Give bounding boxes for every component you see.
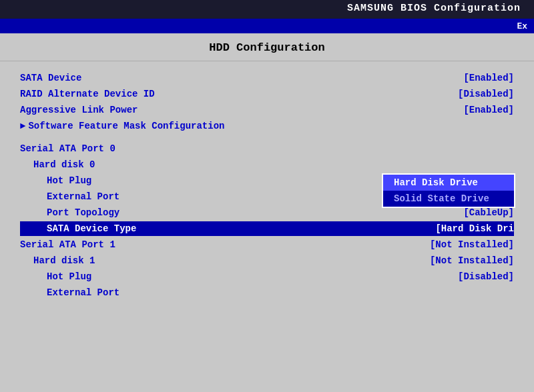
external-port-1-label: External Port	[20, 287, 119, 298]
arrow-icon: ►	[20, 121, 25, 131]
serial-ata-0-label: Serial ATA Port 0	[20, 143, 115, 154]
spacer	[20, 135, 514, 141]
table-row: RAID Alternate Device ID [Disabled]	[20, 87, 514, 101]
sata-device-type-value[interactable]: [Hard Disk Dri	[435, 223, 514, 234]
port-topology-value[interactable]: [CableUp]	[463, 207, 514, 218]
table-row[interactable]: ► Software Feature Mask Configuration	[20, 119, 514, 133]
table-row: External Port	[20, 285, 514, 300]
table-row: Serial ATA Port 1 [Not Installed]	[20, 237, 514, 252]
software-feature-label: Software Feature Mask Configuration	[28, 121, 224, 131]
sata-device-type-label: SATA Device Type	[20, 223, 136, 234]
table-row: Hard disk 0	[20, 157, 514, 172]
hot-plug-1-label: Hot Plug	[20, 271, 91, 282]
hard-disk-0-label: Hard disk 0	[20, 159, 95, 170]
top-bar-title: SAMSUNG BIOS Configuration	[347, 3, 521, 14]
port-topology-label: Port Topology	[20, 207, 119, 218]
sata-device-label: SATA Device	[20, 73, 81, 83]
hard-disk-1-label: Hard disk 1	[20, 255, 95, 266]
external-port-0-label: External Port	[20, 191, 119, 202]
dropdown-item-ssd[interactable]: Solid State Drive	[383, 191, 514, 207]
aggressive-link-value[interactable]: [Enabled]	[463, 105, 514, 115]
accent-bar: Ex	[0, 19, 534, 33]
serial-ata-1-value[interactable]: [Not Installed]	[430, 239, 514, 250]
sata-device-value[interactable]: [Enabled]	[463, 73, 514, 83]
main-content: HDD Configuration SATA Device [Enabled] …	[0, 33, 534, 392]
hard-disk-1-value[interactable]: [Not Installed]	[430, 255, 514, 266]
hot-plug-1-value[interactable]: [Disabled]	[458, 271, 514, 282]
dropdown-popup[interactable]: Hard Disk Drive Solid State Drive	[382, 173, 515, 208]
table-row: Hard disk 1 [Not Installed]	[20, 253, 514, 268]
software-feature-row: ► Software Feature Mask Configuration	[20, 121, 224, 131]
aggressive-link-label: Aggressive Link Power	[20, 105, 138, 115]
table-row: Serial ATA Port 0	[20, 141, 514, 156]
raid-alternate-value[interactable]: [Disabled]	[458, 89, 514, 99]
hot-plug-0-label: Hot Plug	[20, 175, 91, 186]
page-title: HDD Configuration	[0, 33, 534, 61]
serial-ata-1-label: Serial ATA Port 1	[20, 239, 115, 250]
table-row: Hot Plug [Disabled]	[20, 269, 514, 284]
table-row: Aggressive Link Power [Enabled]	[20, 103, 514, 117]
dropdown-item-hdd[interactable]: Hard Disk Drive	[383, 175, 514, 191]
table-row[interactable]: SATA Device Type [Hard Disk Dri	[20, 221, 514, 236]
top-bar: SAMSUNG BIOS Configuration	[0, 0, 534, 19]
config-area: SATA Device [Enabled] RAID Alternate Dev…	[0, 61, 534, 308]
accent-bar-text: Ex	[517, 21, 527, 31]
table-row: SATA Device [Enabled]	[20, 71, 514, 85]
raid-alternate-label: RAID Alternate Device ID	[20, 89, 155, 99]
